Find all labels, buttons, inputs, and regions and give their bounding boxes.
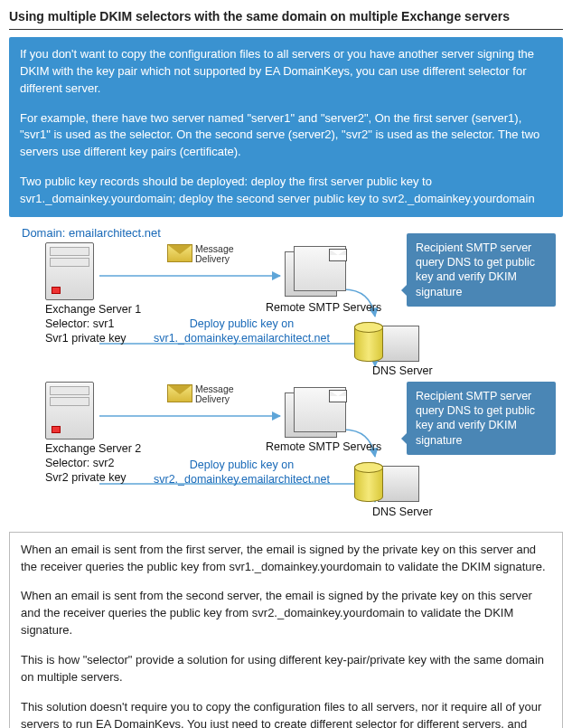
exchange-server-1-icon: [45, 242, 94, 300]
diagram-area: Domain: emailarchitect.net Exchange Serv…: [9, 226, 563, 525]
envelope-icon-2: [167, 384, 192, 402]
intro-p2: For example, there have two server named…: [20, 110, 552, 162]
deploy-2b: svr2._domainkey.emailarchitect.net: [154, 473, 330, 486]
dns-1-label: DNS Server: [372, 364, 433, 378]
remote-smtp-2-label: Remote SMTP Servers: [266, 440, 381, 454]
server2-sel: Selector: svr2: [45, 457, 114, 469]
dns-1-icon: [354, 317, 427, 371]
server1-sel: Selector: svr1: [45, 317, 114, 330]
server1-key: Svr1 private key: [45, 332, 127, 345]
server2-key: Svr2 private key: [45, 471, 127, 484]
remote-smtp-2-icon: [285, 387, 348, 440]
message-delivery-label-2: Message Delivery: [195, 384, 234, 405]
exchange-server-2-icon: [45, 382, 94, 440]
server1-name: Exchange Server 1: [45, 303, 141, 316]
intro-p1: If you don't want to copy the configurat…: [20, 46, 552, 98]
envelope-icon: [167, 244, 192, 262]
remote-smtp-1-label: Remote SMTP Servers: [266, 300, 381, 315]
server2-name: Exchange Server 2: [45, 442, 141, 455]
domain-label: Domain: emailarchitect.net: [22, 226, 161, 240]
message-delivery-label-1: Message Delivery: [195, 244, 234, 265]
deploy-2a: Deploy public key on: [190, 459, 294, 471]
dns-2-label: DNS Server: [372, 505, 433, 519]
intro-p3: Two public key records should be deploye…: [20, 174, 552, 208]
deploy-1-label: Deploy public key on svr1._domainkey.ema…: [154, 317, 330, 346]
callout-1: Recipient SMTP server query DNS to get p…: [407, 233, 556, 307]
dns-2-icon: [354, 457, 427, 511]
bottom-p3: This is how "selector" provide a solutio…: [21, 652, 551, 686]
deploy-1a: Deploy public key on: [190, 317, 294, 330]
bottom-p1: When an email is sent from the first ser…: [21, 542, 551, 576]
exchange-server-2-label: Exchange Server 2 Selector: svr2 Svr2 pr…: [45, 441, 141, 486]
exchange-server-1-label: Exchange Server 1 Selector: svr1 Svr1 pr…: [45, 302, 141, 346]
bottom-p4: This solution doesn't require you to cop…: [21, 699, 551, 728]
deploy-2-label: Deploy public key on svr2._domainkey.ema…: [154, 458, 330, 487]
callout-2: Recipient SMTP server query DNS to get p…: [407, 382, 556, 455]
remote-smtp-1-icon: [285, 246, 348, 298]
bottom-p2: When an email is sent from the second se…: [21, 588, 551, 639]
deploy-1b: svr1._domainkey.emailarchitect.net: [154, 332, 330, 345]
explanation-box: When an email is sent from the first ser…: [9, 532, 563, 728]
page-title: Using multiple DKIM selectors with the s…: [9, 9, 563, 30]
intro-box: If you don't want to copy the configurat…: [9, 37, 563, 217]
